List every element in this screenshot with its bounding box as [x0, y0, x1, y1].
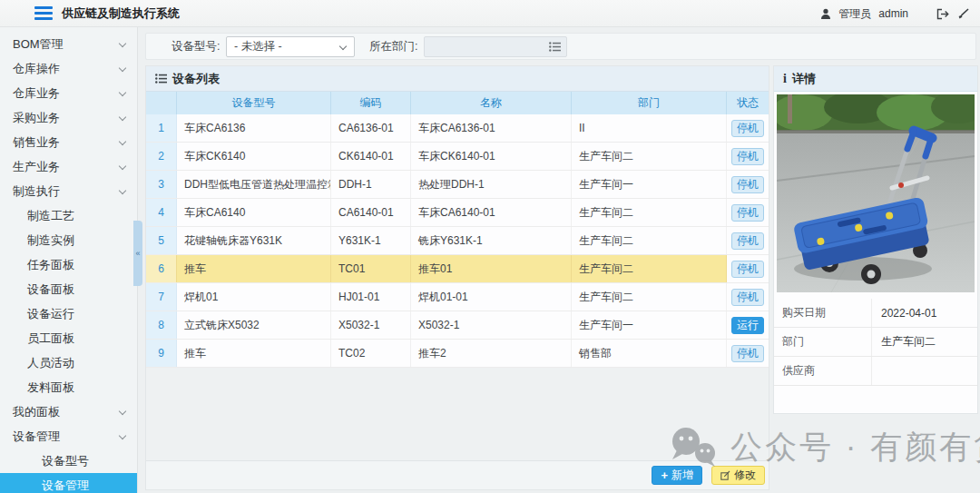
table-row[interactable]: 4 车床CA6140 CA6140-01 车床CA6140-01 生产车间二 停…	[146, 199, 769, 227]
cell-index: 9	[146, 340, 177, 367]
detail-value: 2022-04-01	[872, 307, 936, 320]
cell-index: 8	[146, 311, 177, 339]
cell-code: TC02	[331, 340, 411, 367]
sidebar-item-manufacturing-process[interactable]: 制造工艺	[0, 203, 137, 228]
info-icon: i	[783, 72, 787, 86]
status-badge[interactable]: 停机	[731, 345, 764, 362]
detail-label: 部门	[774, 328, 872, 356]
plus-icon: +	[661, 469, 668, 481]
cell-code: CK6140-01	[331, 143, 411, 170]
cell-index: 3	[146, 171, 177, 198]
cell-code: Y631K-1	[331, 227, 411, 254]
table-row[interactable]: 7 焊机01 HJ01-01 焊机01-01 生产车间二 停机	[146, 283, 769, 311]
chevron-down-icon	[119, 64, 126, 72]
cell-name: 车床CA6140-01	[411, 199, 572, 226]
sidebar-item-equipment-model[interactable]: 设备型号	[0, 449, 137, 473]
sidebar-item-equipment-panel[interactable]: 设备面板	[0, 277, 137, 301]
cell-dept: 生产车间一	[572, 171, 727, 198]
chevron-down-icon	[119, 408, 126, 415]
cell-model: 推车	[177, 340, 331, 367]
cart-photo-illustration	[777, 94, 975, 292]
sidebar-item-employee-panel[interactable]: 员工面板	[0, 326, 137, 350]
status-badge[interactable]: 停机	[731, 120, 764, 137]
department-input[interactable]	[424, 36, 567, 57]
sidebar-collapse-handle[interactable]: «	[133, 221, 142, 286]
status-badge[interactable]: 停机	[731, 148, 764, 165]
table-row[interactable]: 2 车床CK6140 CK6140-01 车床CK6140-01 生产车间二 停…	[146, 143, 769, 171]
col-header-model: 设备型号	[177, 92, 331, 114]
status-badge[interactable]: 停机	[731, 261, 764, 278]
chevron-down-icon	[119, 138, 126, 145]
sidebar-item-sales-business[interactable]: 销售业务	[0, 130, 137, 154]
cell-index: 2	[146, 143, 177, 170]
col-header-dept: 部门	[572, 92, 727, 114]
cell-model: 车床CA6140	[177, 199, 331, 226]
sidebar-item-equipment-management-group[interactable]: 设备管理	[0, 424, 137, 449]
table-row[interactable]: 8 立式铣床X5032 X5032-1 X5032-1 生产车间一 运行	[146, 311, 769, 340]
sidebar-item-purchase-business[interactable]: 采购业务	[0, 105, 137, 130]
cell-dept: 生产车间二	[572, 283, 727, 311]
table-row[interactable]: 9 推车 TC02 推车2 销售部 停机	[146, 340, 769, 368]
sidebar-item-manufacturing-execution[interactable]: 制造执行	[0, 179, 137, 203]
cell-model: DDH型低电压管道热处理温控箱	[177, 171, 331, 198]
sidebar-item-equipment-running[interactable]: 设备运行	[0, 301, 137, 326]
status-badge-running[interactable]: 运行	[731, 317, 764, 334]
sidebar-item-bom-management[interactable]: BOM管理	[0, 32, 137, 56]
sidebar-item-equipment-management[interactable]: 设备管理	[0, 473, 137, 493]
chevron-down-icon	[119, 163, 126, 170]
sidebar-item-task-panel[interactable]: 任务面板	[0, 252, 137, 277]
cell-code: CA6136-01	[331, 114, 411, 142]
status-badge[interactable]: 停机	[731, 176, 764, 193]
cell-name: X5032-1	[411, 311, 572, 339]
sidebar: BOM管理 仓库操作 仓库业务 采购业务 销售业务 生产业务 制造执行 制造工艺…	[0, 27, 138, 493]
app-title: 供应链及制造执行系统	[62, 0, 180, 27]
list-picker-icon[interactable]	[549, 42, 561, 52]
sidebar-item-my-panel[interactable]: 我的面板	[0, 399, 137, 424]
status-badge[interactable]: 停机	[731, 289, 764, 306]
col-header-status: 状态	[727, 92, 769, 114]
chevron-down-icon	[119, 432, 126, 439]
cell-name: 热处理DDH-1	[411, 171, 572, 198]
table-row[interactable]: 3 DDH型低电压管道热处理温控箱 DDH-1 热处理DDH-1 生产车间一 停…	[146, 171, 769, 199]
cell-index: 7	[146, 283, 177, 311]
sidebar-item-manufacturing-instance[interactable]: 制造实例	[0, 228, 137, 252]
table-row[interactable]: 5 花键轴铣床器Y631K Y631K-1 铣床Y631K-1 生产车间二 停机	[146, 227, 769, 255]
device-list-title: 设备列表	[172, 71, 220, 87]
cell-name: 铣床Y631K-1	[411, 227, 572, 254]
cell-dept: 生产车间二	[572, 143, 727, 170]
cell-code: DDH-1	[331, 171, 411, 198]
cell-name: 焊机01-01	[411, 283, 572, 311]
department-filter-label: 所在部门:	[369, 34, 417, 59]
detail-label: 购买日期	[774, 299, 872, 327]
theme-brush-icon[interactable]	[956, 8, 969, 20]
sidebar-item-personnel-activity[interactable]: 人员活动	[0, 350, 137, 375]
device-list-header: 设备列表	[146, 66, 769, 92]
sidebar-item-warehouse-business[interactable]: 仓库业务	[0, 81, 137, 105]
device-model-select[interactable]: - 未选择 -	[226, 36, 355, 57]
table-row[interactable]: 1 车床CA6136 CA6136-01 车床CA6136-01 II 停机	[146, 114, 769, 143]
edit-pencil-icon	[720, 470, 730, 480]
detail-header: i 详情	[774, 66, 977, 92]
cell-name: 推车01	[411, 255, 572, 282]
sidebar-item-material-panel[interactable]: 发料面板	[0, 375, 137, 399]
cell-model: 推车	[177, 255, 331, 282]
logout-icon[interactable]	[936, 8, 949, 20]
cell-model: 车床CK6140	[177, 143, 331, 170]
sidebar-item-warehouse-operation[interactable]: 仓库操作	[0, 56, 137, 81]
cell-code: CA6140-01	[331, 199, 411, 226]
table-row-selected[interactable]: 6 推车 TC01 推车01 生产车间二 停机	[146, 255, 769, 283]
detail-row: 供应商	[774, 357, 977, 386]
status-badge[interactable]: 停机	[731, 204, 764, 222]
detail-row: 部门 生产车间二	[774, 328, 977, 357]
status-badge[interactable]: 停机	[731, 232, 764, 250]
filter-bar: 设备型号: - 未选择 - 所在部门:	[145, 33, 976, 60]
detail-label: 供应商	[774, 357, 872, 385]
cell-model: 焊机01	[177, 283, 331, 311]
detail-panel: i 详情	[773, 65, 978, 414]
cell-code: X5032-1	[331, 311, 411, 339]
cell-model: 花键轴铣床器Y631K	[177, 227, 331, 254]
hamburger-menu-icon[interactable]	[34, 6, 53, 21]
top-bar: 供应链及制造执行系统 管理员 admin	[0, 0, 980, 27]
user-role: 管理员	[838, 6, 871, 22]
sidebar-item-production-business[interactable]: 生产业务	[0, 154, 137, 179]
